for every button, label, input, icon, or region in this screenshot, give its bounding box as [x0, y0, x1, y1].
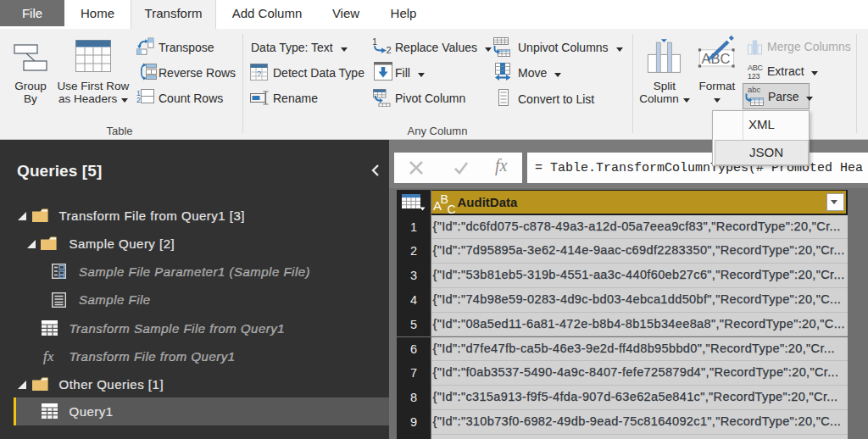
svg-text:ABC: ABC — [748, 64, 763, 72]
svg-text:abc: abc — [748, 86, 761, 94]
svg-text:?: ? — [257, 69, 261, 78]
svg-text:2: 2 — [136, 96, 141, 103]
svg-text:C: C — [447, 203, 455, 215]
svg-text:123: 123 — [748, 72, 760, 80]
svg-text:1: 1 — [372, 36, 377, 47]
svg-text:2: 2 — [387, 45, 392, 54]
